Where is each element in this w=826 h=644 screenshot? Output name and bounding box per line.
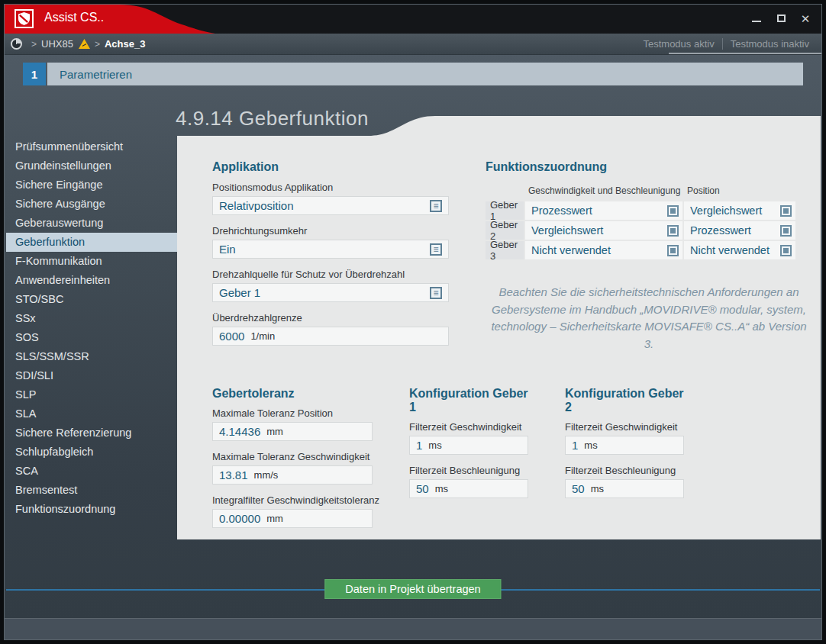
sidebar-item-geberauswertung[interactable]: Geberauswertung: [6, 214, 182, 233]
sidebar-item-f-kommunikation[interactable]: F-Kommunikation: [6, 252, 182, 271]
field-unit: 1/min: [250, 330, 275, 342]
ueberdrehzahlgrenze-input[interactable]: 6000 1/min: [212, 327, 449, 346]
filterzeit-geschwindigkeit-g2-input[interactable]: 1 ms: [565, 436, 684, 455]
geber2-position-dropdown[interactable]: Prozesswert: [684, 221, 795, 240]
section-konfiguration-geber2: Konfiguration Geber 2 Filterzeit Geschwi…: [565, 387, 684, 508]
field-label: Drehzahlquelle für Schutz vor Überdrehza…: [212, 269, 449, 280]
field-value: 50: [416, 482, 429, 495]
max-toleranz-geschwindigkeit-input[interactable]: 13.81 mm/s: [212, 465, 373, 485]
sidebar-item-schlupfabgleich[interactable]: Schlupfabgleich: [6, 443, 182, 462]
field-value: Geber 1: [219, 286, 430, 299]
table-corner-cell: [486, 182, 524, 200]
breadcrumb-device[interactable]: UHX85: [41, 38, 73, 50]
filterzeit-beschleunigung-g2-input[interactable]: 50 ms: [565, 479, 684, 498]
close-button[interactable]: ✕: [799, 11, 812, 25]
dropdown-menu-icon: ≡: [430, 200, 442, 212]
integralfilter-input[interactable]: 0.00000 mm: [212, 509, 373, 528]
minimize-button[interactable]: [750, 11, 763, 25]
section-applikation: Applikation Positionsmodus Applikation R…: [212, 160, 449, 356]
sidebar-item-sdi-sli[interactable]: SDI/SLI: [6, 366, 182, 385]
drehzahlquelle-dropdown[interactable]: Geber 1 ≡: [212, 283, 449, 302]
minimize-icon: [752, 21, 761, 22]
field-value: 4.14436: [219, 425, 260, 438]
field-label: Filterzeit Geschwindigkeit: [565, 421, 684, 433]
positionsmodus-dropdown[interactable]: Relativposition ≡: [212, 196, 449, 215]
filterzeit-geschwindigkeit-g1-input[interactable]: 1 ms: [409, 436, 528, 455]
row-label-geber1: Geber 1: [486, 201, 524, 220]
field-unit: ms: [584, 440, 597, 451]
geber2-speed-dropdown[interactable]: Vergleichswert: [525, 221, 682, 240]
field-unit: mm: [266, 426, 283, 437]
sidebar-item-pruefsummenuebersicht[interactable]: Prüfsummenübersicht: [6, 137, 182, 156]
field-unit: ms: [435, 483, 448, 494]
dropdown-box-icon: [780, 225, 792, 237]
sidebar-item-sos[interactable]: SOS: [6, 328, 182, 347]
field-value: 13.81: [219, 469, 248, 481]
red-swoosh-decoration: [5, 5, 218, 34]
sidebar-item-sichere-ausgaenge[interactable]: Sichere Ausgänge: [6, 195, 182, 214]
field-unit: ms: [428, 440, 441, 451]
step-label[interactable]: Parametrieren: [47, 63, 803, 85]
sidebar-item-sca[interactable]: SCA: [6, 462, 182, 481]
cell-value: Nicht verwendet: [531, 244, 667, 256]
breadcrumb-axis[interactable]: Achse_3: [105, 38, 145, 50]
field-integralfilter: Integralfilter Geschwindigkeitstoleranz …: [212, 494, 373, 528]
app-title: Assist CS..: [44, 11, 104, 24]
dropdown-box-icon: [667, 245, 679, 256]
field-unit: mm/s: [254, 469, 279, 481]
geber3-speed-dropdown[interactable]: Nicht verwendet: [525, 241, 682, 259]
step-banner: 1 Parametrieren: [23, 63, 803, 85]
sidebar-item-anwendereinheiten[interactable]: Anwendereinheiten: [6, 271, 182, 290]
field-label: Filterzeit Beschleunigung: [565, 465, 684, 476]
cell-value: Prozesswert: [531, 204, 667, 217]
geber1-position-dropdown[interactable]: Vergleichswert: [684, 201, 795, 220]
window-inner: Assist CS.. ✕ > UHX85 > Achse_3 Testmodu…: [4, 4, 822, 640]
section-gebertoleranz: Gebertoleranz Maximale Toleranz Position…: [212, 387, 373, 538]
transfer-data-button[interactable]: Daten in Projekt übertragen: [324, 579, 501, 599]
field-label: Positionsmodus Applikation: [212, 182, 449, 193]
sidebar-item-funktionszuordnung[interactable]: Funktionszuordnung: [6, 500, 182, 519]
sidebar-nav: Prüfsummenübersicht Grundeinstellungen S…: [6, 137, 182, 519]
sidebar-item-sls-ssm-ssr[interactable]: SLS/SSM/SSR: [6, 347, 182, 366]
field-drehzahlquelle: Drehzahlquelle für Schutz vor Überdrehza…: [212, 269, 449, 302]
field-value: Relativposition: [219, 199, 430, 212]
safety-note: Beachten Sie die sicherheitstechnischen …: [489, 284, 809, 353]
sidebar-item-sla[interactable]: SLA: [6, 404, 182, 423]
section-title: Gebertoleranz: [212, 387, 373, 401]
maximize-button[interactable]: [774, 11, 788, 25]
field-label: Maximale Toleranz Position: [212, 407, 373, 419]
geber1-speed-dropdown[interactable]: Prozesswert: [525, 201, 682, 220]
field-value: 1: [572, 439, 578, 452]
cell-value: Prozesswert: [690, 224, 780, 237]
sidebar-item-geberfunktion[interactable]: Geberfunktion: [6, 233, 182, 252]
sidebar-item-sichere-eingaenge[interactable]: Sichere Eingänge: [6, 175, 182, 195]
sidebar-item-ssx[interactable]: SSx: [6, 309, 182, 328]
drehrichtungsumkehr-dropdown[interactable]: Ein ≡: [212, 240, 449, 259]
project-globe-icon[interactable]: [11, 38, 22, 50]
sidebar-item-bremsentest[interactable]: Bremsentest: [6, 481, 182, 500]
testmodus-inaktiv-button[interactable]: Testmodus inaktiv: [723, 38, 817, 50]
max-toleranz-position-input[interactable]: 4.14436 mm: [212, 422, 373, 441]
field-label: Maximale Toleranz Geschwindigkeit: [212, 451, 373, 462]
field-value: 1: [416, 439, 422, 452]
geber3-position-dropdown[interactable]: Nicht verwendet: [684, 241, 795, 259]
sidebar-item-grundeinstellungen[interactable]: Grundeinstellungen: [6, 156, 182, 175]
field-label: Integralfilter Geschwindigkeitstoleranz: [212, 494, 373, 506]
dropdown-box-icon: [667, 225, 679, 237]
testmodus-aktiv-button[interactable]: Testmodus aktiv: [635, 38, 721, 50]
chevron-right-icon: >: [95, 39, 100, 50]
field-value: 0.00000: [219, 512, 260, 525]
sidebar-item-sto-sbc[interactable]: STO/SBC: [6, 290, 182, 309]
field-value: Ein: [219, 243, 430, 256]
dropdown-box-icon: [780, 205, 792, 217]
cell-value: Vergleichswert: [690, 204, 780, 217]
sidebar-item-sichere-referenzierung[interactable]: Sichere Referenzierung: [6, 423, 182, 443]
close-icon: ✕: [801, 13, 811, 24]
shield-icon: [18, 12, 30, 25]
section-title: Funktionszuordnung: [486, 160, 800, 174]
field-label: Filterzeit Geschwindigkeit: [409, 421, 528, 433]
chevron-right-icon: >: [31, 39, 37, 50]
filterzeit-beschleunigung-g1-input[interactable]: 50 ms: [409, 479, 528, 498]
maximize-icon: [777, 14, 786, 22]
sidebar-item-slp[interactable]: SLP: [6, 385, 182, 404]
